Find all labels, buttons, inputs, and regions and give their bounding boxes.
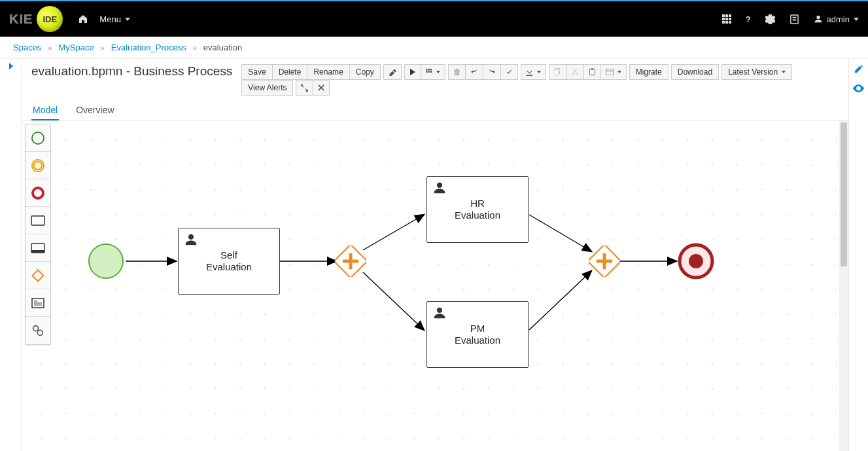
eye-icon[interactable]: [853, 84, 864, 92]
svg-rect-4: [725, 18, 728, 20]
home-icon[interactable]: [73, 14, 93, 24]
svg-point-33: [89, 244, 123, 278]
server-icon[interactable]: [790, 14, 799, 24]
file-title: evaluation.bpmn - Business Process: [31, 64, 232, 79]
play-icon[interactable]: [404, 64, 421, 80]
expand-explorer-icon[interactable]: [8, 63, 14, 451]
bpmn-canvas[interactable]: Self Evaluation HR Evaluation: [22, 121, 848, 451]
menu-label: Menu: [99, 14, 121, 24]
top-navbar: KIE IDE Menu ? admin: [0, 1, 868, 37]
svg-rect-10: [792, 16, 796, 18]
breadcrumb-link[interactable]: MySpace: [59, 43, 94, 52]
breadcrumb-link[interactable]: Spaces: [13, 43, 41, 52]
svg-rect-15: [426, 71, 428, 73]
palette-start-event[interactable]: [26, 124, 50, 152]
undo-icon[interactable]: [466, 64, 483, 80]
parallel-gateway-join[interactable]: [589, 245, 620, 277]
breadcrumb-current: evaluation: [203, 43, 242, 52]
svg-rect-17: [430, 71, 432, 73]
right-gutter: [848, 59, 868, 451]
eraser-icon[interactable]: [383, 64, 402, 80]
svg-rect-44: [31, 250, 44, 253]
trash-icon[interactable]: [448, 64, 466, 80]
diagram-edges: [22, 121, 848, 451]
svg-rect-23: [591, 69, 593, 70]
settings-icon[interactable]: [765, 14, 775, 24]
svg-rect-1: [725, 14, 728, 17]
bpmn-palette: [25, 124, 51, 345]
tab-overview[interactable]: Overview: [75, 101, 115, 120]
svg-line-30: [529, 215, 591, 251]
cut-icon[interactable]: [566, 64, 584, 80]
breadcrumb: Spaces » MySpace » Evaluation_Process » …: [0, 37, 868, 59]
svg-rect-0: [722, 14, 725, 17]
svg-point-52: [858, 87, 859, 89]
task-pm-evaluation[interactable]: PM Evaluation: [426, 301, 529, 368]
download-button[interactable]: Download: [671, 64, 719, 80]
task-self-evaluation[interactable]: Self Evaluation: [178, 228, 280, 295]
editor-toolbar: Save Delete Rename Copy: [239, 64, 839, 96]
close-icon[interactable]: [313, 80, 330, 96]
end-event-node[interactable]: [678, 243, 714, 280]
user-menu[interactable]: admin: [814, 14, 859, 24]
canvas-scrollbar[interactable]: [839, 121, 848, 451]
task-label: Self Evaluation: [179, 228, 279, 294]
migrate-button[interactable]: Migrate: [629, 64, 668, 80]
chevron-down-icon: [125, 18, 130, 21]
task-label: PM Evaluation: [427, 302, 528, 367]
svg-rect-45: [33, 270, 44, 281]
menu-dropdown[interactable]: Menu: [99, 14, 130, 24]
svg-point-38: [32, 132, 44, 144]
expand-icon[interactable]: [296, 80, 313, 96]
svg-rect-8: [729, 21, 731, 24]
svg-rect-6: [722, 21, 725, 24]
delete-button[interactable]: Delete: [273, 64, 308, 80]
palette-end-event[interactable]: [26, 179, 50, 207]
breadcrumb-link[interactable]: Evaluation_Process: [111, 43, 186, 52]
svg-rect-42: [31, 216, 44, 225]
svg-point-21: [576, 73, 578, 75]
copy-button[interactable]: Copy: [350, 64, 381, 80]
palette-intermediate-event[interactable]: [26, 152, 50, 179]
grid-dropdown-icon[interactable]: [421, 64, 445, 80]
svg-rect-5: [729, 18, 731, 20]
edit-icon[interactable]: [854, 64, 863, 74]
palette-settings[interactable]: [26, 317, 50, 344]
editor-tabs: Model Overview: [22, 96, 848, 121]
chevron-down-icon: [854, 18, 859, 21]
svg-line-28: [363, 215, 424, 250]
tab-model[interactable]: Model: [31, 101, 59, 120]
user-label: admin: [827, 14, 850, 24]
palette-data-object[interactable]: [26, 289, 50, 317]
svg-rect-12: [426, 69, 428, 71]
validate-icon[interactable]: [501, 64, 518, 80]
copy-icon[interactable]: [549, 64, 566, 80]
left-gutter: [0, 59, 22, 451]
download-dropdown-icon[interactable]: [521, 64, 546, 80]
palette-gateway[interactable]: [26, 262, 50, 289]
svg-rect-11: [792, 19, 796, 20]
brand-kie-text: KIE: [9, 12, 33, 27]
svg-rect-3: [722, 18, 725, 20]
view-alerts-button[interactable]: View Alerts: [241, 80, 293, 96]
palette-task[interactable]: [26, 207, 50, 234]
paste-icon[interactable]: [584, 64, 601, 80]
redo-icon[interactable]: [483, 64, 501, 80]
rename-button[interactable]: Rename: [307, 64, 349, 80]
start-event-node[interactable]: [88, 243, 124, 280]
save-button[interactable]: Save: [241, 64, 272, 80]
task-hr-evaluation[interactable]: HR Evaluation: [426, 176, 529, 243]
latest-version-dropdown[interactable]: Latest Version: [721, 64, 792, 80]
palette-subprocess[interactable]: [26, 234, 50, 262]
brand: KIE IDE: [9, 6, 63, 32]
svg-point-20: [572, 73, 574, 75]
task-label: HR Evaluation: [427, 177, 528, 242]
parallel-gateway-split[interactable]: [335, 245, 366, 277]
svg-point-41: [33, 188, 43, 198]
layout-dropdown-icon[interactable]: [601, 64, 627, 80]
svg-point-51: [37, 330, 43, 335]
svg-rect-16: [428, 71, 430, 73]
svg-point-50: [33, 326, 39, 331]
help-icon[interactable]: ?: [746, 14, 751, 24]
apps-icon[interactable]: [722, 14, 731, 24]
